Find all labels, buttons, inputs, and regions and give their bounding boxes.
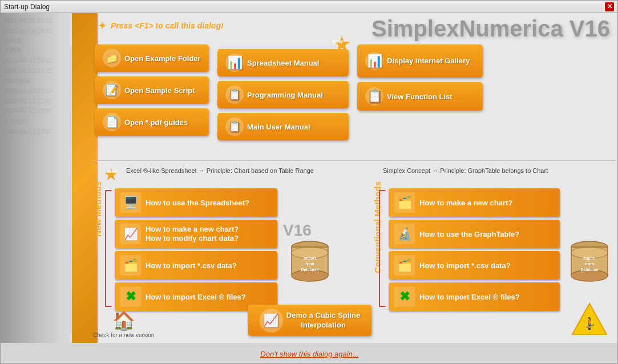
chart-btn-icon: 📈 — [120, 224, 141, 244]
svg-text:Import: Import — [304, 256, 316, 261]
conv-chart-icon: 🗂️ — [394, 192, 415, 213]
open-sample-label: Open Sample Script — [124, 86, 195, 95]
script-icon: 📝 — [103, 81, 121, 99]
svg-text:Database: Database — [580, 268, 598, 272]
csv-btn-icon: 🗂️ — [120, 255, 141, 276]
import-csv-label: How to import *.csv data? — [146, 261, 237, 270]
programming-manual-label: Programming Manual — [247, 91, 323, 99]
gallery-icon: 📊 — [365, 52, 383, 70]
how-make-chart-button[interactable]: 📈 How to make a new chart?How to modify … — [115, 220, 277, 248]
open-sample-script-button[interactable]: 📝 Open Sample Script — [95, 76, 209, 104]
star-icon: ✦ — [98, 19, 107, 33]
svg-text:🏃: 🏃 — [583, 317, 596, 329]
conventional-methods-buttons: 🗂️ How to make a new chart? 🔬 How to use… — [389, 188, 560, 311]
svg-text:Import: Import — [583, 256, 596, 261]
new-badge-text: New — [108, 169, 117, 174]
conv-make-chart-button[interactable]: 🗂️ How to make a new chart? — [389, 188, 560, 217]
pdf-icon: 📄 — [103, 113, 121, 131]
spreadsheet-manual-label: Spreadsheet Manual — [247, 59, 319, 67]
right-description: Simplex Concept → Principle: GraphTable … — [383, 167, 548, 174]
conv-make-chart-label: How to make a new chart? — [419, 199, 512, 207]
folder-icon: 📁 — [103, 49, 121, 67]
make-chart-label: How to make a new chart?How to modify ch… — [146, 225, 239, 242]
spreadsheet-btn-icon: 🖥️ — [120, 192, 141, 213]
manual-icon: 📋 — [225, 118, 244, 136]
open-pdf-guides-button[interactable]: 📄 Open *.pdf guides — [95, 108, 209, 136]
footer: Don't show this dialog again... — [1, 343, 618, 364]
open-example-label: Open Example Folder — [124, 54, 201, 63]
conv-excel-icon: ✖ — [394, 286, 415, 307]
main-content: ✦ Press <F1> to call this dialog! Simple… — [1, 13, 618, 364]
svg-point-9 — [571, 270, 608, 281]
demo-label: Demo a Cubic SplineInterpolation — [286, 311, 360, 330]
import-excel-label: How to import Excel ® files? — [146, 293, 246, 301]
middle-column: ★ New 📊 Spreadsheet Manual 📋 Programming… — [217, 49, 349, 140]
window: Start-up Dialog ✕ 2021-06-10 16:02 2021-… — [0, 0, 618, 364]
spreadsheet-manual-button[interactable]: 📊 Spreadsheet Manual — [217, 49, 349, 76]
main-user-manual-button[interactable]: 📋 Main User Manual — [217, 113, 349, 140]
title-bar: Start-up Dialog ✕ — [1, 1, 617, 13]
f1-hint-text: Press <F1> to call this dialog! — [111, 21, 224, 30]
conv-import-csv-label: How to import *.csv data? — [419, 261, 511, 270]
new-star-label: New — [332, 39, 343, 45]
right-brace — [379, 190, 386, 307]
new-methods-label: New Methods — [93, 181, 103, 237]
how-import-csv-button[interactable]: 🗂️ How to import *.csv data? — [115, 251, 277, 280]
left-description: Excel ®-like Spreadsheet → Principle: Ch… — [126, 167, 314, 174]
left-column: 📁 Open Example Folder 📝 Open Sample Scri… — [95, 45, 209, 136]
spreadsheet-icon: 📊 — [225, 54, 244, 72]
window-title: Start-up Dialog — [4, 3, 50, 11]
conv-csv-icon: 🗂️ — [394, 255, 415, 276]
programming-manual-button[interactable]: 📋 Programming Manual — [217, 81, 349, 108]
section-separator — [92, 160, 616, 161]
display-gallery-label: Display Internet Gallery — [387, 56, 470, 66]
house-icon: 🏠 — [112, 310, 135, 331]
check-update-area[interactable]: 🏠 Check for a new version — [93, 310, 154, 339]
demo-area: 📈 Demo a Cubic SplineInterpolation — [248, 305, 371, 336]
conv-import-excel-label: How to import Excel ® files? — [419, 293, 520, 301]
open-pdf-label: Open *.pdf guides — [124, 118, 188, 127]
conv-graphtable-label: How to use the GraphTable? — [419, 230, 519, 238]
right-column: 📊 Display Internet Gallery 📋 View Functi… — [357, 45, 483, 111]
view-function-list-button[interactable]: 📋 View Function List — [357, 82, 483, 111]
conv-use-graphtable-button[interactable]: 🔬 How to use the GraphTable? — [389, 220, 560, 248]
app-title: SimplexNumerica V16 — [371, 16, 610, 42]
db-cylinder-left: Import from Database — [286, 238, 334, 289]
db-cylinder-right: Import from Database — [566, 238, 614, 289]
how-use-spreadsheet-button[interactable]: 🖥️ How to use the Spreadsheet? — [115, 188, 277, 217]
svg-text:from: from — [305, 262, 314, 266]
svg-text:from: from — [585, 262, 594, 266]
main-user-manual-label: Main User Manual — [247, 123, 310, 131]
new-methods-buttons: 🖥️ How to use the Spreadsheet? 📈 How to … — [115, 188, 277, 311]
check-update-label: Check for a new version — [93, 331, 154, 339]
demo-icon: 📈 — [259, 309, 283, 333]
view-function-label: View Function List — [387, 92, 453, 101]
conv-graphtable-icon: 🔬 — [394, 224, 415, 244]
open-example-folder-button[interactable]: 📁 Open Example Folder — [95, 45, 209, 72]
svg-text:Database: Database — [301, 268, 318, 272]
close-button[interactable]: ✕ — [605, 2, 614, 11]
function-icon: 📋 — [365, 87, 383, 106]
v16-label: V16 — [283, 221, 312, 240]
display-gallery-button[interactable]: 📊 Display Internet Gallery — [357, 45, 483, 78]
top-action-area: 📁 Open Example Folder 📝 Open Sample Scri… — [95, 45, 613, 140]
warning-sign: ! 🏃 — [571, 301, 608, 341]
conv-import-excel-button[interactable]: ✖ How to import Excel ® files? — [389, 282, 560, 311]
demo-cubic-spline-button[interactable]: 📈 Demo a Cubic SplineInterpolation — [248, 305, 371, 336]
conv-import-csv-button[interactable]: 🗂️ How to import *.csv data? — [389, 251, 560, 280]
new-badge-star: ★ — [103, 164, 119, 184]
use-spreadsheet-label: How to use the Spreadsheet? — [146, 199, 249, 207]
svg-point-2 — [292, 270, 328, 281]
excel-btn-icon: ✖ — [120, 286, 141, 307]
left-brace — [105, 190, 112, 307]
programming-icon: 📋 — [225, 86, 244, 104]
dont-show-link[interactable]: Don't show this dialog again... — [260, 350, 358, 358]
f1-hint-area: ✦ Press <F1> to call this dialog! — [98, 19, 224, 33]
